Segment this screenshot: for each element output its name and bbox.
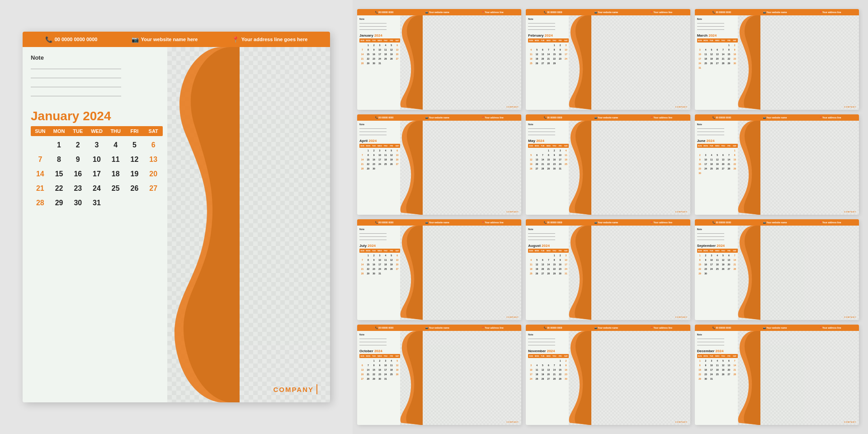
cal-cell: 11 bbox=[106, 152, 125, 167]
mini-body: NoteJanuary 2024SUNMONTUEWEDTHUFRISAT123… bbox=[357, 15, 521, 110]
mini-cell: 23 bbox=[371, 267, 377, 271]
mini-day-header: TUE bbox=[540, 144, 546, 148]
mini-cell: 13 bbox=[394, 153, 400, 157]
year: 2024 bbox=[83, 109, 111, 123]
mini-cell bbox=[359, 43, 365, 47]
cal-cell: 16 bbox=[68, 167, 87, 181]
mini-day-headers: SUNMONTUEWEDTHUFRISAT bbox=[359, 249, 400, 253]
mini-cell: 4 bbox=[703, 47, 709, 52]
mini-left-col: NoteJanuary 2024SUNMONTUEWEDTHUFRISAT123… bbox=[357, 15, 400, 110]
mini-day-header: TUE bbox=[371, 249, 377, 253]
mini-cell: 8 bbox=[546, 153, 552, 157]
mini-cell: 31 bbox=[708, 377, 714, 381]
mini-day-header: WED bbox=[377, 38, 383, 42]
mini-header-text: 📍 Your address line bbox=[650, 326, 672, 329]
mini-cell: 1 bbox=[365, 253, 371, 258]
mini-cell: 9 bbox=[552, 153, 557, 157]
mini-header-text: 📍 Your address line bbox=[819, 326, 841, 329]
mini-cell bbox=[540, 43, 546, 47]
mini-note-line bbox=[697, 340, 724, 342]
mini-cell: 20 bbox=[726, 262, 732, 267]
mini-day-header: SAT bbox=[563, 249, 569, 253]
mini-company-label: COMPANY bbox=[675, 421, 688, 423]
mini-cell: 2 bbox=[563, 359, 569, 363]
mini-day-header: SUN bbox=[359, 38, 365, 42]
mini-cell: 30 bbox=[377, 377, 383, 381]
mini-cell bbox=[359, 359, 365, 363]
mini-note-line bbox=[528, 127, 555, 129]
mini-day-header: FRI bbox=[388, 249, 394, 253]
mini-cell: 9 bbox=[557, 258, 563, 262]
mini-header-text: 📷 Your website name bbox=[594, 221, 618, 224]
mini-day-header: SAT bbox=[394, 144, 400, 148]
mini-cell: 25 bbox=[708, 166, 714, 171]
mini-cell: 25 bbox=[382, 267, 388, 271]
mini-calendar-grid: 1234567891011121314151617181920212223242… bbox=[359, 43, 400, 66]
mini-note-line bbox=[697, 127, 724, 129]
mini-day-header: MON bbox=[534, 249, 540, 253]
mini-cell: 21 bbox=[732, 368, 738, 372]
mini-cell: 29 bbox=[371, 377, 377, 381]
mini-wave-svg bbox=[569, 121, 591, 215]
mini-cell: 13 bbox=[726, 363, 732, 368]
mini-calendar-grid: 1234567891011121314151617181920212223242… bbox=[528, 253, 569, 276]
mini-header-text: 📷 Your website name bbox=[594, 116, 618, 119]
left-panel: 📞 00 0000 0000 0000 📷 Your website name … bbox=[0, 0, 353, 434]
mini-note-line bbox=[528, 21, 555, 24]
mini-cell: 5 bbox=[720, 359, 726, 363]
mini-cell: 17 bbox=[563, 262, 569, 267]
mini-cell: 20 bbox=[540, 57, 546, 61]
mini-day-header: SUN bbox=[359, 354, 365, 358]
mini-cell: 18 bbox=[703, 57, 709, 61]
mini-cell: 16 bbox=[563, 368, 569, 372]
mini-month-title: July 2024 bbox=[359, 244, 400, 248]
mini-cell: 25 bbox=[382, 57, 388, 61]
mini-cell: 10 bbox=[382, 363, 388, 368]
mini-body: NoteMay 2024SUNMONTUEWEDTHUFRISAT1234567… bbox=[526, 121, 690, 215]
mini-cell: 19 bbox=[540, 372, 546, 377]
mini-cell: 1 bbox=[552, 43, 557, 47]
mini-note-lines bbox=[359, 231, 400, 240]
mini-cell: 16 bbox=[371, 52, 377, 57]
mini-cell: 14 bbox=[359, 262, 365, 267]
mini-cell: 8 bbox=[365, 153, 371, 157]
mini-cell: 4 bbox=[388, 359, 394, 363]
mini-month-title: December 2024 bbox=[697, 349, 738, 353]
mini-note-line bbox=[359, 127, 387, 129]
mini-cell: 8 bbox=[552, 47, 557, 52]
mini-day-header: THU bbox=[382, 38, 388, 42]
mini-cell: 16 bbox=[371, 262, 377, 267]
mini-cell: 28 bbox=[540, 166, 546, 171]
mini-cell: 18 bbox=[563, 157, 569, 162]
mini-cell: 20 bbox=[394, 157, 400, 162]
mini-cell: 9 bbox=[371, 47, 377, 52]
mini-body: NoteAugust 2024SUNMONTUEWEDTHUFRISAT1234… bbox=[526, 226, 690, 320]
mini-cell: 16 bbox=[697, 162, 703, 166]
mini-cell: 13 bbox=[359, 368, 365, 372]
mini-right-col: COMPANY bbox=[569, 226, 690, 320]
mini-cell: 14 bbox=[359, 157, 365, 162]
mini-cell: 4 bbox=[714, 253, 720, 258]
mini-cell: 8 bbox=[365, 258, 371, 262]
mini-calendar-5: 📞 00 00000 0000📷 Your website name📍 Your… bbox=[526, 114, 690, 215]
mini-cell: 12 bbox=[540, 368, 546, 372]
mini-cell: 16 bbox=[371, 157, 377, 162]
mini-header-text: 📍 Your address line bbox=[819, 221, 841, 224]
mini-cell: 6 bbox=[540, 47, 546, 52]
mini-wave-svg bbox=[400, 331, 423, 425]
mini-cell bbox=[359, 253, 365, 258]
mini-cell: 12 bbox=[528, 157, 534, 162]
mini-cell: 23 bbox=[552, 162, 557, 166]
mini-header-text: 📷 Your website name bbox=[425, 11, 449, 14]
mini-cell: 5 bbox=[528, 153, 534, 157]
cal-cell: 6 bbox=[144, 138, 163, 152]
mini-note-line bbox=[697, 28, 724, 30]
mini-left-col: NoteSeptember 2024SUNMONTUEWEDTHUFRISAT1… bbox=[695, 226, 738, 320]
mini-cell: 23 bbox=[703, 372, 709, 377]
mini-cell: 1 bbox=[732, 148, 738, 153]
mini-day-header: FRI bbox=[388, 144, 394, 148]
mini-cell: 9 bbox=[703, 258, 709, 262]
contact-bar: 📞 00 0000 0000 0000 📷 Your website name … bbox=[23, 32, 330, 47]
mini-cell: 8 bbox=[697, 258, 703, 262]
mini-cell: 14 bbox=[546, 262, 552, 267]
